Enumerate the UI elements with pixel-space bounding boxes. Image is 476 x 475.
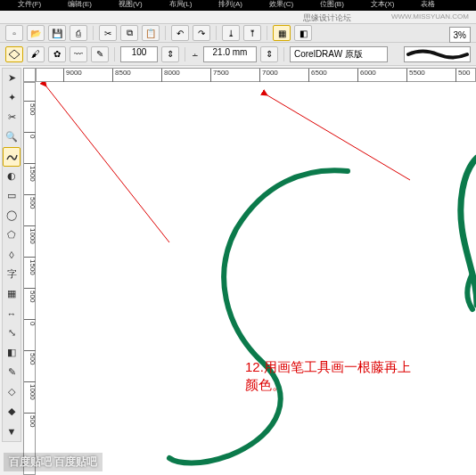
- ellipse-tool[interactable]: ◯: [3, 206, 21, 225]
- menu-view[interactable]: 视图(V): [119, 0, 143, 11]
- interactive-fill-tool[interactable]: ▼: [3, 422, 21, 441]
- standard-toolbar: ▫ 📂 💾 ⎙ ✂ ⧉ 📋 ↶ ↷ ⤓ ⤒ ▦ ◧ 3%: [0, 23, 476, 43]
- preset-stroke-dropdown[interactable]: CorelDRAW 原版: [290, 46, 388, 62]
- footer-watermark: 百度贴吧 百度贴吧: [4, 453, 103, 471]
- calligraphic-mode-button[interactable]: 〰: [70, 46, 87, 62]
- new-button[interactable]: ▫: [5, 25, 23, 41]
- rectangle-tool[interactable]: ▭: [3, 186, 21, 206]
- preset-mode-button[interactable]: [5, 46, 23, 62]
- width-stepper[interactable]: ⇕: [260, 46, 278, 62]
- eyedropper-tool[interactable]: ✎: [3, 363, 21, 382]
- toolbox: ➤ ✦ ✂ 🔍 ◐ ▭ ◯ ⬠ ◊ 字 ▦ ↔ ⤡ ◧ ✎ ◇ ◆ ▼: [2, 68, 21, 442]
- menu-bitmap[interactable]: 位图(B): [320, 0, 344, 11]
- menu-edit[interactable]: 编辑(E): [68, 0, 92, 11]
- outline-tool[interactable]: ◇: [3, 382, 21, 402]
- welcome-button[interactable]: ◧: [294, 25, 312, 41]
- interactive-tool[interactable]: ◧: [3, 343, 21, 363]
- width-icon: ⫠: [191, 49, 200, 59]
- export-button[interactable]: ⤒: [243, 25, 261, 41]
- drawing-canvas[interactable]: 12.用画笔工具画一根藤再上 颜色。: [36, 82, 476, 475]
- cut-button[interactable]: ✂: [99, 25, 117, 41]
- forum-label: 思缘设计论坛: [303, 12, 351, 24]
- connector-tool[interactable]: ⤡: [3, 323, 21, 343]
- menu-layout[interactable]: 布局(L): [169, 0, 193, 11]
- vertical-ruler: 500 0 1500 500 1000 1500 500 0 500 1000 …: [23, 82, 36, 475]
- pressure-mode-button[interactable]: ✎: [91, 46, 109, 62]
- zoom-level-dropdown[interactable]: 3%: [449, 27, 471, 43]
- smart-fill-tool[interactable]: ◐: [3, 167, 21, 186]
- crop-tool[interactable]: ✂: [3, 108, 21, 127]
- text-tool[interactable]: 字: [3, 265, 21, 284]
- property-bar: 🖌 ✿ 〰 ✎ 100 ⇕ ⫠ 21.0 mm ⇕ CorelDRAW 原版: [0, 43, 476, 66]
- dimension-tool[interactable]: ↔: [3, 304, 21, 323]
- sprayer-mode-button[interactable]: ✿: [48, 46, 66, 62]
- import-button[interactable]: ⤓: [222, 25, 240, 41]
- watermark-url: WWW.MISSYUAN.COM: [391, 12, 469, 20]
- basic-shapes-tool[interactable]: ◊: [3, 245, 21, 265]
- smoothing-stepper[interactable]: ⇕: [161, 46, 179, 62]
- pick-tool[interactable]: ➤: [3, 69, 21, 88]
- freehand-smoothing-input[interactable]: 100: [120, 46, 158, 62]
- stroke-preview[interactable]: [404, 46, 471, 62]
- menu-file[interactable]: 文件(F): [18, 0, 41, 11]
- artistic-media-tool[interactable]: [3, 147, 21, 167]
- open-button[interactable]: 📂: [27, 25, 45, 41]
- menu-bar: 文件(F) 编辑(E) 视图(V) 布局(L) 排列(A) 效果(C) 位图(B…: [0, 0, 476, 11]
- ruler-origin[interactable]: [23, 68, 36, 82]
- stroke-width-input[interactable]: 21.0 mm: [203, 46, 257, 62]
- paste-button[interactable]: 📋: [142, 25, 160, 41]
- menu-table[interactable]: 表格: [421, 0, 435, 11]
- menu-effects[interactable]: 效果(C): [269, 0, 293, 11]
- zoom-tool[interactable]: 🔍: [3, 127, 21, 147]
- table-tool[interactable]: ▦: [3, 284, 21, 304]
- shape-tool[interactable]: ✦: [3, 88, 21, 108]
- horizontal-ruler: 9000 8500 8000 7500 7000 6500 6000 5500 …: [36, 68, 476, 82]
- step-annotation: 12.用画笔工具画一根藤再上 颜色。: [245, 358, 411, 394]
- menu-text[interactable]: 文本(X): [371, 0, 395, 11]
- menu-arrange[interactable]: 排列(A): [218, 0, 242, 11]
- undo-button[interactable]: ↶: [171, 25, 189, 41]
- save-button[interactable]: 💾: [48, 25, 66, 41]
- copy-button[interactable]: ⧉: [120, 25, 138, 41]
- polygon-tool[interactable]: ⬠: [3, 225, 21, 245]
- fill-tool[interactable]: ◆: [3, 402, 21, 422]
- redo-button[interactable]: ↷: [193, 25, 210, 41]
- print-button[interactable]: ⎙: [70, 25, 87, 41]
- brush-mode-button[interactable]: 🖌: [27, 46, 45, 62]
- app-launcher-button[interactable]: ▦: [273, 25, 291, 41]
- vine-path: [36, 82, 476, 475]
